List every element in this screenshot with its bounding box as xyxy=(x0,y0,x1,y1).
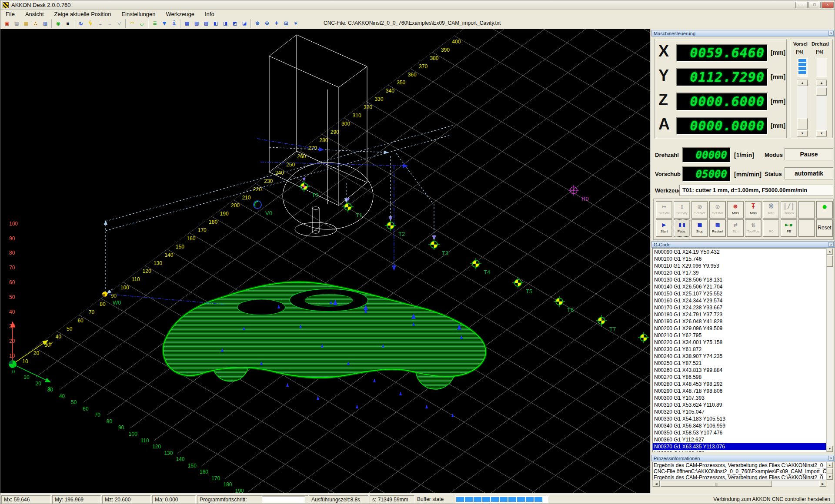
close-icon[interactable]: × xyxy=(828,31,834,36)
menu-item-ansicht[interactable]: Ansicht xyxy=(20,11,49,17)
view-iso2-icon[interactable]: ◨ xyxy=(220,19,230,28)
gcode-line[interactable]: N00310 G1 X53.624 Y110.89 xyxy=(653,401,826,408)
menu-item-zeige-aktuelle-position[interactable]: Zeige aktuelle Position xyxy=(49,11,117,17)
arrow-up-icon[interactable]: ▲ xyxy=(827,462,833,468)
gcode-line[interactable]: N00320 G1 Y105.047 xyxy=(653,408,826,415)
m03-button[interactable]: ⊕M03 xyxy=(727,201,744,219)
arrow-left-icon[interactable]: ◀ xyxy=(653,481,660,487)
gcode-line[interactable]: N00160 G1 X24.344 Y29.574 xyxy=(653,297,826,304)
gcode-line[interactable]: N00250 G1 Y87.521 xyxy=(653,360,826,367)
m08-button[interactable]: ŦM08 xyxy=(745,201,762,219)
gcode-line[interactable]: N00270 G1 Y86.598 xyxy=(653,374,826,381)
gcode-scrollbar[interactable]: ▲ ▼ xyxy=(826,248,833,452)
arrow-right-icon[interactable]: ▶ xyxy=(819,481,826,487)
gcode-line[interactable]: N00240 G1 X38.907 Y74.235 xyxy=(653,353,826,360)
process-info-list[interactable]: Ergebnis des CAM-Prozessors, Verarbeitun… xyxy=(652,462,826,480)
gcode-line[interactable]: N00100 G1 Y15.746 xyxy=(653,255,826,262)
arrow-down-icon[interactable]: ▼ xyxy=(827,446,833,452)
gcode-line[interactable]: N00370 G1 X63.435 Y113.076 xyxy=(653,443,826,450)
view-iso4-icon[interactable]: ◪ xyxy=(240,19,249,28)
gcode-panel-header[interactable]: G-Code × xyxy=(651,241,835,248)
arrow-up-icon[interactable]: ▲ xyxy=(827,249,833,255)
gcode-line[interactable]: N00220 G1 X34.001 Y75.158 xyxy=(653,339,826,346)
zoom-window-icon[interactable]: ⊡ xyxy=(281,19,291,28)
upload-cloud-icon[interactable]: ☁ xyxy=(95,19,105,28)
led-button-button[interactable]: ● xyxy=(816,201,833,219)
pour-icon[interactable]: ▼ xyxy=(160,19,169,28)
menu-item-einstellungen[interactable]: Einstellungen xyxy=(116,11,160,17)
machine-on-icon[interactable]: ◉ xyxy=(53,19,63,28)
gcode-line[interactable]: N00360 G1 Y112.627 xyxy=(653,436,826,443)
view-front-icon[interactable]: ▧ xyxy=(192,19,201,28)
gcode-line[interactable]: N00260 G1 X43.813 Y99.884 xyxy=(653,367,826,374)
blank-button[interactable] xyxy=(798,219,815,237)
gcode-line[interactable]: N00150 G1 X25.107 Y25.552 xyxy=(653,290,826,297)
gcode-line[interactable]: N00230 G1 Y61.872 xyxy=(653,346,826,353)
reset-app-icon[interactable]: ▣ xyxy=(2,19,12,28)
feed-override-slider[interactable]: ▲ ▼ xyxy=(797,80,808,137)
gcode-line[interactable]: N00280 G1 X48.453 Y98.292 xyxy=(653,381,826,388)
process-info-vthumb[interactable] xyxy=(827,468,833,474)
menu-item-info[interactable]: Info xyxy=(200,11,220,17)
maximize-button[interactable]: □ xyxy=(808,2,821,8)
menu-item-file[interactable]: File xyxy=(0,11,20,17)
view-iso3-icon[interactable]: ◩ xyxy=(230,19,240,28)
gcode-line[interactable]: N00200 G1 X29.096 Y49.509 xyxy=(653,325,826,332)
menu-item-werkzeuge[interactable]: Werkzeuge xyxy=(160,11,200,17)
download-cloud-icon[interactable]: ☁ xyxy=(105,19,114,28)
machine-panel-header[interactable]: Maschinesteuerung × xyxy=(651,30,835,36)
paus--button[interactable]: ▮▮Paus. xyxy=(674,219,690,237)
arrow-down-icon[interactable]: ▼ xyxy=(816,130,827,136)
zoom-out-icon[interactable]: ⊖ xyxy=(262,19,272,28)
curve-yellow-icon[interactable]: ◠ xyxy=(127,19,137,28)
curve-edit-icon[interactable]: ◡ xyxy=(137,19,147,28)
restart-button[interactable]: ▩Restart xyxy=(709,219,726,237)
gcode-line[interactable]: N00130 G1 X28.506 Y18.131 xyxy=(653,276,826,283)
gcode-scroll-thumb[interactable] xyxy=(827,255,833,267)
minimize-button[interactable]: — xyxy=(795,2,808,8)
gcode-line[interactable]: N00190 G1 X26.048 Y41.828 xyxy=(653,318,826,325)
close-icon[interactable]: × xyxy=(828,242,834,247)
gcode-line[interactable]: N00210 G1 Y62.795 xyxy=(653,332,826,339)
process-info-hscrollbar[interactable]: ◀ ||| ▶ xyxy=(652,480,826,487)
monitor-icon[interactable]: ▪ xyxy=(63,19,73,28)
blank-button[interactable] xyxy=(798,201,815,219)
gcode-line[interactable]: N00300 G1 Y107.393 xyxy=(653,395,826,401)
gcode-line[interactable]: N00140 G1 X26.506 Y21.704 xyxy=(653,283,826,290)
view-top-icon[interactable]: ▦ xyxy=(182,19,192,28)
gcode-line[interactable]: N00090 G1 X24.19 Y50.432 xyxy=(653,249,826,255)
arrow-up-icon[interactable]: ▲ xyxy=(816,80,827,86)
gcode-line[interactable]: N00110 G1 X29.096 Y9.953 xyxy=(653,262,826,269)
close-icon[interactable]: × xyxy=(828,456,834,461)
pan-icon[interactable]: + xyxy=(272,19,281,28)
speed-override-slider[interactable]: ▲ ▼ xyxy=(816,80,827,137)
process-info-header[interactable]: Prozessinformationen × xyxy=(651,455,835,461)
stop-button[interactable]: ■Stop xyxy=(691,219,708,237)
gcode-line[interactable]: N00350 G1 X58.53 Y107.476 xyxy=(653,429,826,436)
arrow-down-icon[interactable]: ▼ xyxy=(797,130,808,136)
list-icon[interactable]: ≡ xyxy=(150,19,160,28)
gcode-list[interactable]: N00090 G1 X24.19 Y50.432N00100 G1 Y15.74… xyxy=(652,248,826,452)
process-info-hthumb[interactable]: ||| xyxy=(661,481,772,487)
feed-slider-thumb[interactable] xyxy=(797,118,808,129)
filter-icon[interactable]: ▽ xyxy=(114,19,124,28)
gcode-line[interactable]: N00290 G1 X48.718 Y98.806 xyxy=(653,388,826,395)
open-file-icon[interactable]: ▦ xyxy=(21,19,31,28)
process-info-vscrollbar[interactable]: ▲ ▼ xyxy=(826,462,833,480)
gcode-line[interactable]: N00380 G1 Y109.176 xyxy=(653,450,826,452)
percent-icon[interactable]: ∴ xyxy=(31,19,40,28)
gcode-line[interactable]: N00180 G1 X24.791 Y37.723 xyxy=(653,311,826,318)
lightning-icon[interactable]: ϟ xyxy=(86,19,95,28)
gcode-line[interactable]: N00120 G1 Y17.39 xyxy=(653,269,826,276)
gcode-line[interactable]: N00340 G1 X56.848 Y106.959 xyxy=(653,422,826,429)
zoom-all-icon[interactable]: ∗ xyxy=(291,19,301,28)
gcode-line[interactable]: N00170 G1 X24.238 Y33.667 xyxy=(653,304,826,311)
speed-slider-thumb[interactable] xyxy=(816,88,827,96)
fb-button[interactable]: ►▪FB xyxy=(781,219,797,237)
view-iso1-icon[interactable]: ◧ xyxy=(211,19,220,28)
save-icon[interactable]: ▥ xyxy=(40,19,50,28)
arrow-up-icon[interactable]: ▲ xyxy=(797,80,808,86)
reset-button[interactable]: Reset xyxy=(816,219,833,237)
zoom-in-icon[interactable]: ⊕ xyxy=(253,19,262,28)
viewport-3d[interactable]: 1020304050607080901001101201301401501601… xyxy=(0,29,651,493)
